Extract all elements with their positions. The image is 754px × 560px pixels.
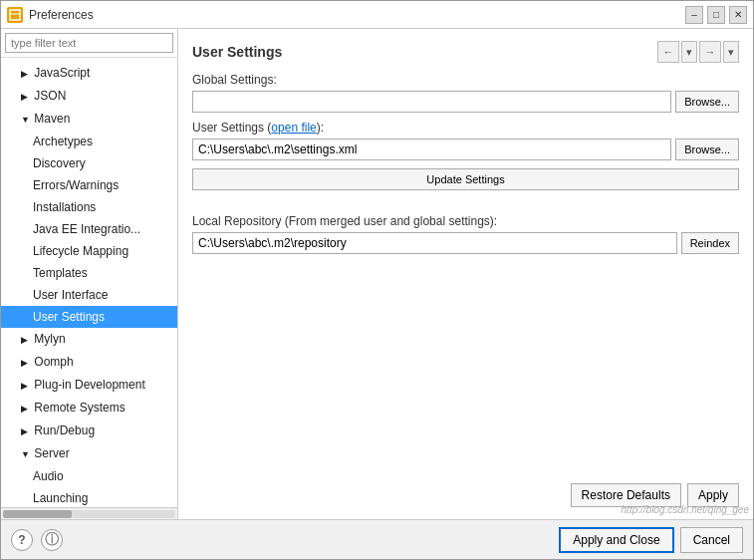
- tree-item-maven[interactable]: ▼ Maven: [1, 108, 177, 131]
- tree-item-templates[interactable]: Templates: [1, 262, 177, 284]
- back-dropdown[interactable]: ▾: [681, 41, 697, 63]
- tree-label: User Interface: [33, 288, 108, 302]
- tree-label: Remote Systems: [34, 401, 125, 415]
- help-button[interactable]: ?: [11, 529, 33, 551]
- tree-label: Run/Debug: [34, 423, 95, 437]
- tree-label: Archetypes: [33, 135, 93, 148]
- tree-label: Mylyn: [34, 332, 65, 346]
- user-settings-label: User Settings (open file):: [192, 121, 739, 135]
- local-repo-row: Reindex: [192, 232, 739, 254]
- tree-item-javaee[interactable]: Java EE Integratio...: [1, 218, 177, 240]
- bottom-right-buttons: Apply and Close Cancel: [559, 527, 743, 553]
- window-icon: [7, 7, 23, 23]
- local-repo-input[interactable]: [192, 232, 677, 254]
- bottom-left-buttons: ? ⓘ: [11, 529, 63, 551]
- tree-item-discovery[interactable]: Discovery: [1, 152, 177, 174]
- tree-label: Installations: [33, 200, 96, 214]
- expand-arrow: ▶: [21, 88, 31, 106]
- tree-area: ▶ JavaScript ▶ JSON ▼ Maven Archetypes D…: [1, 58, 177, 507]
- expand-arrow: ▶: [21, 331, 31, 349]
- local-repo-label: Local Repository (From merged user and g…: [192, 214, 739, 228]
- tree-item-javascript[interactable]: ▶ JavaScript: [1, 62, 177, 85]
- filter-input[interactable]: [5, 33, 173, 53]
- reindex-button[interactable]: Reindex: [681, 232, 739, 254]
- forward-dropdown[interactable]: ▾: [723, 41, 739, 63]
- tree-label: Plug-in Development: [34, 378, 144, 392]
- forward-button[interactable]: →: [699, 41, 721, 63]
- global-settings-input[interactable]: [192, 91, 671, 113]
- expand-arrow: ▶: [21, 354, 31, 372]
- tree-label: JSON: [34, 89, 66, 103]
- tree-item-json[interactable]: ▶ JSON: [1, 85, 177, 108]
- tree-item-launching[interactable]: Launching: [1, 487, 177, 507]
- window-title: Preferences: [29, 8, 685, 22]
- tree-item-oomph[interactable]: ▶ Oomph: [1, 351, 177, 374]
- tree-item-errors[interactable]: Errors/Warnings: [1, 174, 177, 196]
- tree-label: Maven: [34, 112, 70, 126]
- expand-arrow: ▼: [21, 111, 31, 129]
- tree-label: Templates: [33, 266, 88, 280]
- user-settings-text2: ):: [317, 121, 324, 135]
- tree-item-mylyn[interactable]: ▶ Mylyn: [1, 328, 177, 351]
- panel-title: User Settings: [192, 44, 282, 60]
- window-controls: – □ ✕: [685, 6, 747, 24]
- tree-item-remote-systems[interactable]: ▶ Remote Systems: [1, 397, 177, 420]
- filter-box: [1, 29, 177, 58]
- expand-arrow: ▶: [21, 422, 31, 440]
- info-button[interactable]: ⓘ: [41, 529, 63, 551]
- tree-label: Server: [34, 446, 69, 460]
- tree-item-installations[interactable]: Installations: [1, 196, 177, 218]
- tree-label: Lifecycle Mapping: [33, 244, 128, 258]
- browse-button-2[interactable]: Browse...: [675, 139, 739, 160]
- tree-item-user-interface[interactable]: User Interface: [1, 284, 177, 306]
- horizontal-scrollbar[interactable]: [1, 507, 177, 519]
- tree-item-user-settings[interactable]: User Settings: [1, 306, 177, 328]
- tree-label: Errors/Warnings: [33, 178, 119, 192]
- global-settings-row: Browse...: [192, 91, 739, 113]
- close-button[interactable]: ✕: [729, 6, 747, 24]
- svg-rect-0: [10, 10, 20, 20]
- tree-item-lifecycle[interactable]: Lifecycle Mapping: [1, 240, 177, 262]
- global-settings-label: Global Settings:: [192, 73, 739, 87]
- tree-label: Oomph: [34, 355, 73, 369]
- expand-arrow: ▼: [21, 445, 31, 463]
- browse-button-1[interactable]: Browse...: [675, 91, 739, 113]
- tree-label: JavaScript: [34, 66, 90, 80]
- tree-label: Launching: [33, 491, 88, 505]
- tree-item-archetypes[interactable]: Archetypes: [1, 131, 177, 152]
- apply-and-close-button[interactable]: Apply and Close: [559, 527, 673, 553]
- content-area: ▶ JavaScript ▶ JSON ▼ Maven Archetypes D…: [1, 29, 753, 519]
- tree-label: User Settings: [33, 310, 105, 324]
- bottom-bar: ? ⓘ Apply and Close Cancel: [1, 519, 753, 559]
- right-panel: User Settings ← ▾ → ▾ Global Settings: B…: [178, 29, 753, 519]
- maximize-button[interactable]: □: [707, 6, 725, 24]
- expand-arrow: ▶: [21, 377, 31, 395]
- tree-label: Discovery: [33, 156, 86, 170]
- tree-label: Java EE Integratio...: [33, 222, 140, 236]
- left-panel: ▶ JavaScript ▶ JSON ▼ Maven Archetypes D…: [1, 29, 178, 519]
- title-bar: Preferences – □ ✕: [1, 1, 753, 29]
- update-settings-button[interactable]: Update Settings: [192, 168, 739, 190]
- cancel-button[interactable]: Cancel: [680, 527, 743, 553]
- back-button[interactable]: ←: [657, 41, 679, 63]
- tree-item-run-debug[interactable]: ▶ Run/Debug: [1, 420, 177, 442]
- scroll-thumb: [3, 510, 72, 518]
- minimize-button[interactable]: –: [685, 6, 703, 24]
- user-settings-text: User Settings (: [192, 121, 271, 135]
- tree-item-audio[interactable]: Audio: [1, 465, 177, 487]
- watermark: http://blog.csdn.net/qing_gee: [622, 504, 749, 515]
- scroll-track: [3, 510, 175, 518]
- tree-item-plugin-dev[interactable]: ▶ Plug-in Development: [1, 374, 177, 397]
- user-settings-row: Browse...: [192, 139, 739, 160]
- preferences-window: Preferences – □ ✕ ▶ JavaScript ▶ JSON: [0, 0, 754, 560]
- user-settings-input[interactable]: [192, 139, 671, 160]
- open-file-link[interactable]: open file: [271, 121, 316, 135]
- nav-buttons: ← ▾ → ▾: [657, 41, 739, 63]
- expand-arrow: ▶: [21, 400, 31, 418]
- tree-item-server[interactable]: ▼ Server: [1, 442, 177, 465]
- tree-label: Audio: [33, 469, 64, 483]
- panel-header: User Settings ← ▾ → ▾: [192, 41, 739, 63]
- expand-arrow: ▶: [21, 65, 31, 83]
